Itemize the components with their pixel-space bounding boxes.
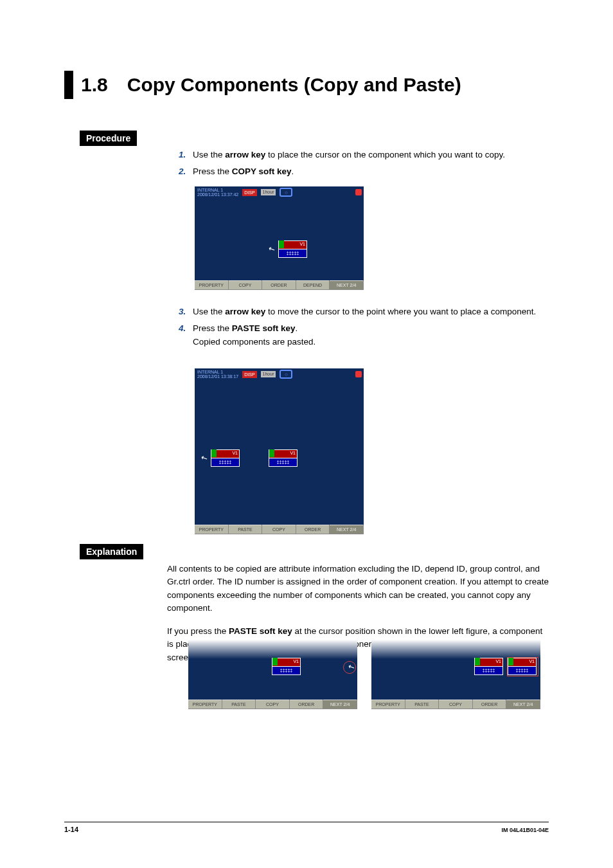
component-value: ‡‡‡‡‡ [269, 458, 298, 467]
text: V1 [290, 451, 296, 455]
text: Press the [193, 323, 232, 333]
softkey-paste[interactable]: PASTE [405, 700, 440, 709]
softkey-order[interactable]: ORDER [290, 700, 324, 709]
component-value: ‡‡‡‡‡ [272, 667, 301, 675]
heading-bar [64, 71, 73, 99]
step-text: Press the PASTE soft key. [193, 322, 551, 335]
rate-label: 1hour [261, 371, 276, 377]
steps-block-1: 1. Use the arrow key to place the cursor… [179, 149, 551, 181]
text: V1 [495, 659, 501, 664]
rate-label: 1hour [261, 189, 276, 195]
softkey-order[interactable]: ORDER [262, 280, 296, 290]
softkey-copy[interactable]: COPY [229, 280, 263, 290]
status-icon: ○ [280, 370, 292, 379]
text: to move the cursor to the point where yo… [265, 307, 536, 316]
component-header: V1 [269, 449, 298, 458]
heading-text: Copy Components (Copy and Paste) [127, 74, 461, 96]
bold-term: PASTE soft key [229, 626, 292, 636]
timestamp: 2008/12/01 13:38:17 [197, 374, 238, 379]
softkey-next[interactable]: NEXT 2/4 [330, 280, 364, 290]
device-header: INTERNAL 1 2008/12/01 13:37:42 DISP 1hou… [195, 186, 364, 198]
text: Press the [193, 167, 232, 176]
softkey-property[interactable]: PROPERTY [371, 700, 405, 709]
step-number: 4. [179, 322, 193, 335]
component-box: V1 ‡‡‡‡‡ [474, 658, 503, 674]
component-header: V1 [278, 240, 307, 249]
fade-overlay [371, 640, 540, 659]
step-number: 3. [179, 305, 193, 318]
bold-term: COPY soft key [232, 167, 292, 176]
component-box: V1 ‡‡‡‡‡ [269, 449, 298, 466]
component-header: V1 [474, 658, 503, 667]
record-indicator-icon [355, 189, 362, 195]
device-canvas: ↖ V1 ‡‡‡‡‡ V1 ‡‡‡‡‡ [195, 380, 364, 525]
component-value: ‡‡‡‡‡ [211, 458, 240, 467]
page-number: 1-14 [64, 826, 78, 833]
step-4: 4. Press the PASTE soft key. [179, 322, 551, 335]
text: V1 [293, 659, 299, 664]
cursor-icon: ↖ [267, 244, 277, 255]
disp-badge: DISP [242, 371, 256, 378]
softkey-property[interactable]: PROPERTY [195, 525, 229, 534]
device-partial-left: V1 ‡‡‡‡‡ ↖ PROPERTY PASTE COPY ORDER NEX… [188, 640, 357, 709]
component-header: V1 [272, 658, 301, 667]
paragraph: All contents to be copied are attribute … [167, 563, 549, 615]
header-text: INTERNAL 1 2008/12/01 13:38:17 [197, 370, 238, 379]
tab-icon [211, 449, 217, 457]
softkey-next[interactable]: NEXT 2/4 [323, 700, 357, 709]
component-box: V1 ‡‡‡‡‡ [211, 449, 240, 466]
tab-icon [279, 240, 284, 248]
steps-block-2: 3. Use the arrow key to move the cursor … [179, 305, 551, 348]
bold-term: arrow key [225, 150, 265, 159]
softkey-copy[interactable]: COPY [439, 700, 473, 709]
softkey-bar: PROPERTY PASTE COPY ORDER NEXT 2/4 [188, 700, 357, 709]
device-screenshot-2: INTERNAL 1 2008/12/01 13:38:17 DISP 1hou… [195, 368, 364, 534]
fade-overlay [188, 640, 357, 659]
cursor-highlight-circle [343, 661, 356, 674]
component-header: V1 [211, 449, 240, 458]
footer-rule [64, 822, 549, 822]
header-text: INTERNAL 1 2008/12/01 13:37:42 [197, 188, 238, 197]
step-number: 1. [179, 149, 193, 161]
softkey-copy[interactable]: COPY [262, 525, 296, 534]
component-box: V1 ‡‡‡‡‡ [278, 240, 307, 257]
text: If you press the [167, 626, 229, 636]
text: V1 [299, 242, 305, 246]
softkey-property[interactable]: PROPERTY [188, 700, 222, 709]
softkey-order[interactable]: ORDER [473, 700, 507, 709]
softkey-depend[interactable]: DEPEND [296, 280, 330, 290]
device-partial-right: V1 ‡‡‡‡‡ V1 ‡‡‡‡‡ PROPERTY PASTE COPY OR… [371, 640, 540, 709]
component-value: ‡‡‡‡‡ [474, 667, 503, 675]
softkey-bar: PROPERTY PASTE COPY ORDER NEXT 2/4 [371, 700, 540, 709]
step-text: Press the COPY soft key. [193, 165, 551, 178]
device-screenshot-1: INTERNAL 1 2008/12/01 13:37:42 DISP 1hou… [195, 186, 364, 291]
device-header: INTERNAL 1 2008/12/01 13:38:17 DISP 1hou… [195, 368, 364, 380]
step-1: 1. Use the arrow key to place the cursor… [179, 149, 551, 161]
text: V1 [232, 451, 238, 455]
component-box: V1 ‡‡‡‡‡ [272, 658, 301, 674]
softkey-next[interactable]: NEXT 2/4 [506, 700, 540, 709]
bold-term: PASTE soft key [232, 323, 296, 333]
step-3: 3. Use the arrow key to move the cursor … [179, 305, 551, 318]
step-number: 2. [179, 165, 193, 178]
softkey-bar: PROPERTY COPY ORDER DEPEND NEXT 2/4 [195, 280, 364, 290]
softkey-next[interactable]: NEXT 2/4 [330, 525, 364, 534]
softkey-paste[interactable]: PASTE [222, 700, 256, 709]
step-4-sub: Copied components are pasted. [193, 336, 551, 348]
softkey-order[interactable]: ORDER [296, 525, 330, 534]
softkey-copy[interactable]: COPY [256, 700, 290, 709]
component-value: ‡‡‡‡‡ [278, 249, 307, 258]
status-icon: ○ [280, 188, 292, 197]
text: Use the [193, 150, 225, 159]
explanation-label: Explanation [80, 544, 143, 559]
bottom-figures: V1 ‡‡‡‡‡ ↖ PROPERTY PASTE COPY ORDER NEX… [188, 640, 540, 709]
section-heading: 1.8 Copy Components (Copy and Paste) [64, 71, 461, 99]
softkey-bar: PROPERTY PASTE COPY ORDER NEXT 2/4 [195, 525, 364, 534]
paste-highlight-box [507, 657, 538, 676]
device-canvas: ↖ V1 ‡‡‡‡‡ [195, 198, 364, 280]
softkey-property[interactable]: PROPERTY [195, 280, 229, 290]
procedure-label: Procedure [80, 131, 137, 146]
softkey-paste[interactable]: PASTE [229, 525, 263, 534]
step-2: 2. Press the COPY soft key. [179, 165, 551, 178]
text: INTERNAL 1 [197, 370, 238, 374]
